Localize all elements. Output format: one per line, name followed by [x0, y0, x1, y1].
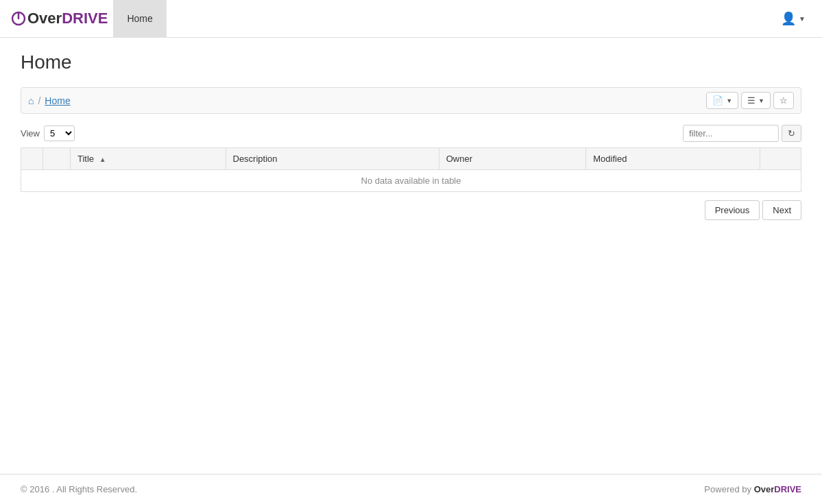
breadcrumb: ⌂ / Home — [28, 95, 71, 106]
breadcrumb-home-link[interactable]: Home — [45, 95, 70, 106]
footer-brand: OverDRIVE — [754, 484, 801, 494]
col-header-icon — [43, 148, 71, 170]
filter-input[interactable] — [683, 125, 779, 142]
refresh-icon: ↻ — [788, 128, 795, 139]
view-label: View — [21, 128, 40, 139]
next-button[interactable]: Next — [762, 200, 801, 220]
previous-button[interactable]: Previous — [705, 200, 760, 220]
col-header-owner[interactable]: Owner — [439, 148, 586, 170]
doc-caret: ▼ — [726, 97, 732, 104]
footer-copyright: © 2016 . All Rights Reserved. — [21, 484, 137, 494]
list-icon: ☰ — [747, 95, 755, 106]
user-icon: 👤 — [781, 11, 796, 26]
overdrive-logo-icon — [11, 11, 26, 26]
filter-right: ↻ — [683, 125, 801, 142]
list-caret: ▼ — [758, 97, 764, 104]
refresh-button[interactable]: ↻ — [782, 125, 801, 142]
col-header-modified[interactable]: Modified — [586, 148, 760, 170]
logo-over-text: Over — [27, 10, 62, 27]
breadcrumb-home-icon[interactable]: ⌂ — [28, 95, 34, 106]
toolbar-actions: 📄 ▼ ☰ ▼ ☆ — [706, 92, 794, 109]
col-header-actions — [760, 148, 801, 170]
no-data-message: No data available in table — [21, 170, 801, 192]
col-header-title[interactable]: Title ▲ — [71, 148, 226, 170]
data-table: Title ▲ Description Owner Modified No da… — [21, 147, 801, 192]
navbar: OverDRIVE Home 👤 ▼ — [0, 0, 822, 38]
main-content: Home ⌂ / Home 📄 ▼ ☰ ▼ ☆ View 5 — [0, 38, 822, 474]
footer-brand-drive: DRIVE — [774, 484, 801, 494]
view-filter-row: View 5 10 25 50 ↻ — [21, 125, 801, 142]
breadcrumb-separator: / — [38, 95, 40, 106]
user-menu-button[interactable]: 👤 ▼ — [775, 8, 811, 29]
footer-powered-by: Powered by OverDRIVE — [704, 484, 801, 494]
title-sort-arrow: ▲ — [99, 156, 106, 163]
table-no-data-row: No data available in table — [21, 170, 801, 192]
navbar-left: OverDRIVE Home — [11, 0, 167, 38]
nav-home-tab[interactable]: Home — [113, 0, 166, 38]
star-icon: ☆ — [779, 95, 788, 106]
page-title: Home — [21, 51, 801, 73]
footer-brand-over: Over — [754, 484, 775, 494]
list-options-button[interactable]: ☰ ▼ — [741, 92, 771, 109]
doc-options-button[interactable]: 📄 ▼ — [706, 92, 738, 109]
view-left: View 5 10 25 50 — [21, 125, 75, 141]
logo: OverDRIVE — [11, 10, 108, 27]
logo-drive-text: DRIVE — [62, 10, 108, 27]
view-count-select[interactable]: 5 10 25 50 — [44, 125, 75, 141]
user-menu-caret: ▼ — [799, 15, 806, 23]
col-header-check — [21, 148, 43, 170]
toolbar: ⌂ / Home 📄 ▼ ☰ ▼ ☆ — [21, 87, 801, 114]
pagination-row: Previous Next — [21, 200, 801, 220]
table-header-row: Title ▲ Description Owner Modified — [21, 148, 801, 170]
navbar-right: 👤 ▼ — [775, 8, 811, 29]
doc-icon: 📄 — [712, 95, 723, 106]
footer: © 2016 . All Rights Reserved. Powered by… — [0, 474, 822, 504]
col-header-description[interactable]: Description — [226, 148, 439, 170]
favorites-button[interactable]: ☆ — [773, 92, 794, 109]
